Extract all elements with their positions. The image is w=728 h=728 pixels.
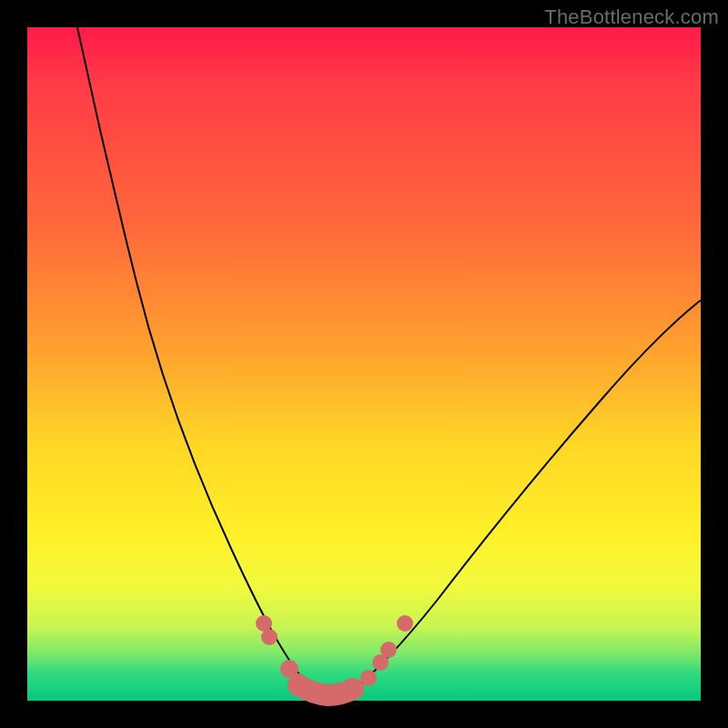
svg-point-6 bbox=[380, 642, 397, 658]
trough-band bbox=[298, 685, 353, 695]
right-markers bbox=[360, 615, 413, 686]
curve-layer bbox=[27, 27, 701, 701]
watermark-text: TheBottleneck.com bbox=[544, 5, 719, 29]
plot-area bbox=[27, 27, 701, 701]
right-curve bbox=[350, 300, 701, 692]
svg-point-4 bbox=[360, 670, 377, 686]
left-curve bbox=[77, 27, 314, 692]
svg-point-7 bbox=[397, 615, 413, 632]
svg-point-1 bbox=[261, 629, 278, 645]
left-markers bbox=[256, 615, 308, 692]
outer-frame: TheBottleneck.com bbox=[0, 0, 728, 728]
svg-point-3 bbox=[289, 673, 308, 692]
